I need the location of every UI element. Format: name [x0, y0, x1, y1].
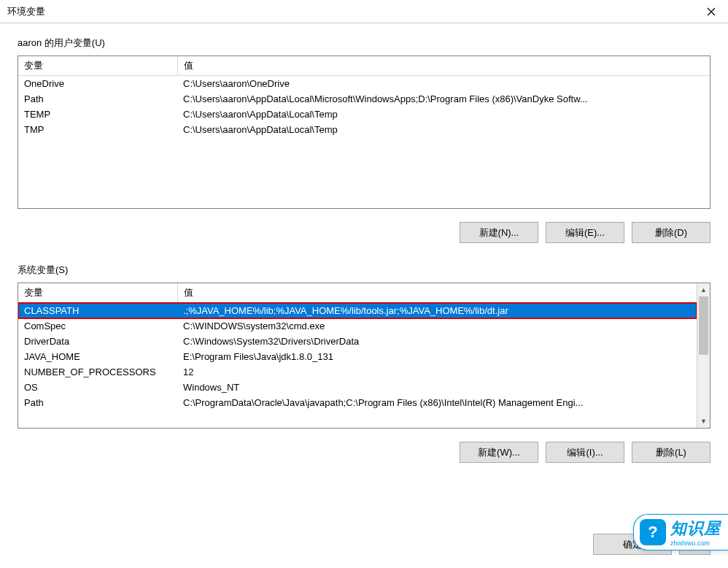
table-row[interactable]: TEMPC:\Users\aaron\AppData\Local\Temp	[18, 107, 710, 122]
sys-col-var[interactable]: 变量	[18, 283, 177, 303]
watermark-icon: ?	[640, 519, 666, 545]
table-row[interactable]: CLASSPATH.;%JAVA_HOME%/lib;%JAVA_HOME%/l…	[18, 303, 697, 319]
table-row[interactable]: OneDriveC:\Users\aaron\OneDrive	[18, 76, 710, 92]
watermark: ? 知识屋 zhishiwu.com	[633, 514, 728, 550]
table-row[interactable]: PathC:\Users\aaron\AppData\Local\Microso…	[18, 91, 710, 107]
user-vars-table[interactable]: 变量 值 OneDriveC:\Users\aaron\OneDrive Pat…	[18, 55, 710, 209]
close-icon	[707, 7, 716, 16]
sys-edit-button[interactable]: 编辑(I)...	[546, 442, 624, 463]
sys-new-button[interactable]: 新建(W)...	[460, 442, 538, 463]
sys-vars-buttons: 新建(W)... 编辑(I)... 删除(L)	[18, 442, 710, 463]
user-edit-button[interactable]: 编辑(E)...	[546, 222, 624, 243]
user-new-button[interactable]: 新建(N)...	[460, 222, 538, 243]
table-row[interactable]: DriverDataC:\Windows\System32\Drivers\Dr…	[18, 334, 697, 349]
scroll-thumb[interactable]	[699, 296, 708, 355]
sys-delete-button[interactable]: 删除(L)	[632, 442, 710, 463]
user-vars-buttons: 新建(N)... 编辑(E)... 删除(D)	[18, 222, 710, 243]
watermark-sub: zhishiwu.com	[670, 540, 721, 547]
sys-vars-label: 系统变量(S)	[18, 264, 710, 277]
table-row[interactable]: NUMBER_OF_PROCESSORS12	[18, 364, 697, 380]
table-row[interactable]: PathC:\ProgramData\Oracle\Java\javapath;…	[18, 395, 697, 410]
dialog-buttons: 确定 取	[0, 521, 728, 568]
table-row[interactable]: JAVA_HOMEE:\Program Files\Java\jdk1.8.0_…	[18, 349, 697, 364]
user-vars-label: aaron 的用户变量(U)	[18, 37, 710, 50]
titlebar: 环境变量	[0, 0, 728, 23]
close-button[interactable]	[694, 0, 728, 23]
window-title: 环境变量	[7, 5, 45, 18]
user-col-val[interactable]: 值	[177, 56, 710, 76]
scroll-up-icon[interactable]: ▲	[697, 283, 710, 296]
user-col-var[interactable]: 变量	[18, 56, 177, 76]
table-row[interactable]: ComSpecC:\WINDOWS\system32\cmd.exe	[18, 318, 697, 334]
sys-col-val[interactable]: 值	[177, 283, 697, 303]
sys-vars-table[interactable]: 变量 值 CLASSPATH.;%JAVA_HOME%/lib;%JAVA_HO…	[18, 283, 710, 429]
watermark-text: 知识屋	[670, 518, 721, 540]
table-row[interactable]: TMPC:\Users\aaron\AppData\Local\Temp	[18, 122, 710, 137]
user-delete-button[interactable]: 删除(D)	[632, 222, 710, 243]
sys-scrollbar[interactable]: ▲ ▼	[697, 283, 710, 428]
table-row[interactable]: OSWindows_NT	[18, 380, 697, 395]
scroll-down-icon[interactable]: ▼	[697, 415, 710, 428]
